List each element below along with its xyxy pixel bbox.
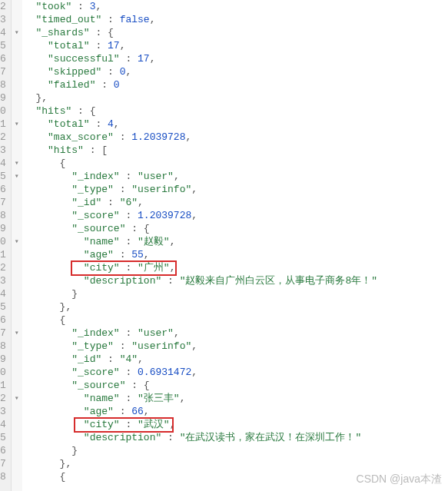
fold-spacer [12,366,22,379]
line-number: 2 [0,261,8,274]
code-line[interactable]: "_score" : 0.6931472, [24,366,448,379]
code-line[interactable]: "skipped" : 0, [24,65,448,78]
code-line[interactable]: "_shards" : { [24,26,448,39]
line-number: 9 [0,222,8,235]
fold-spacer [12,52,22,65]
fold-toggle-icon[interactable]: ▾ [12,170,22,183]
line-number: 8 [0,340,8,353]
line-number: 2 [0,0,8,13]
fold-spacer [12,91,22,105]
line-number: 8 [0,209,8,222]
fold-spacer [12,353,22,366]
code-line[interactable]: "name" : "张三丰", [24,392,448,405]
code-line[interactable]: }, [24,300,448,314]
code-line[interactable]: "total" : 4, [24,118,448,131]
code-line[interactable]: "_source" : { [24,222,448,235]
fold-spacer [12,483,22,491]
line-number: 4 [0,287,8,300]
fold-spacer [12,340,22,353]
code-line[interactable]: "city" : "武汉", [24,418,448,431]
fold-spacer [12,287,22,300]
fold-spacer [12,78,22,91]
code-line[interactable]: "successful" : 17, [24,52,448,65]
code-line[interactable]: "_score" : 1.2039728, [24,209,448,222]
line-number: 5 [0,431,8,444]
code-line[interactable]: } [24,287,448,300]
fold-toggle-icon[interactable]: ▾ [12,235,22,248]
code-line[interactable]: "city" : "广州", [24,261,448,274]
fold-spacer [12,131,22,144]
fold-toggle-icon[interactable]: ▾ [12,157,22,170]
code-line[interactable]: "age" : 66, [24,405,448,418]
fold-toggle-icon[interactable]: ▾ [12,327,22,340]
code-line[interactable]: "_id" : "6", [24,196,448,209]
code-line[interactable]: "hits" : { [24,105,448,118]
code-line[interactable]: }, [24,457,448,470]
line-number: 5 [0,39,8,52]
code-line[interactable]: } [24,444,448,457]
code-line[interactable]: "description" : "在武汉读书，家在武汉！在深圳工作！" [24,431,448,444]
fold-toggle-icon[interactable]: ▾ [12,26,22,39]
line-number-gutter: 2345678901234567890123456789012345678 [0,0,12,491]
code-line[interactable]: "failed" : 0 [24,78,448,91]
line-number: 3 [0,405,8,418]
fold-spacer [12,13,22,26]
code-line[interactable]: { [24,470,448,483]
fold-toggle-icon[interactable]: ▾ [12,392,22,405]
code-line[interactable]: "took" : 3, [24,0,448,13]
line-number: 7 [0,457,8,470]
line-number: 6 [0,183,8,196]
fold-spacer [12,144,22,157]
fold-spacer [12,105,22,118]
fold-spacer [12,379,22,392]
code-area[interactable]: "took" : 3, "timed_out" : false, "_shard… [22,0,448,491]
fold-spacer [12,222,22,235]
fold-spacer [12,261,22,274]
fold-spacer [12,274,22,287]
fold-spacer [12,444,22,457]
code-line[interactable]: "age" : 55, [24,248,448,261]
fold-spacer [12,196,22,209]
line-number: 7 [0,196,8,209]
code-line[interactable]: "total" : 17, [24,39,448,52]
line-number: 6 [0,444,8,457]
code-line[interactable]: "_index" : "user", [24,170,448,183]
code-line[interactable]: "_type" : "userinfo", [24,183,448,196]
fold-spacer [12,314,22,327]
line-number: 6 [0,314,8,327]
code-line[interactable]: "name" : "赵毅", [24,235,448,248]
line-number: 2 [0,131,8,144]
line-number: 3 [0,13,8,26]
code-line[interactable]: "description" : "赵毅来自广州白云区，从事电子商务8年！" [24,274,448,287]
fold-spacer [12,418,22,431]
line-number: 9 [0,353,8,366]
line-number: 1 [0,118,8,131]
code-line[interactable]: { [24,157,448,170]
fold-spacer [12,209,22,222]
line-number: 9 [0,91,8,105]
fold-column[interactable]: ▾▾▾▾▾▾▾ [12,0,22,491]
line-number: 5 [0,300,8,314]
fold-spacer [12,300,22,314]
line-number: 7 [0,65,8,78]
line-number: 0 [0,105,8,118]
code-line[interactable]: "max_score" : 1.2039728, [24,131,448,144]
code-line[interactable]: "_source" : { [24,379,448,392]
line-number: 7 [0,327,8,340]
code-line[interactable]: "timed_out" : false, [24,13,448,26]
code-line[interactable]: }, [24,91,448,105]
fold-toggle-icon[interactable]: ▾ [12,118,22,131]
code-line[interactable]: "_index" : "user", [24,327,448,340]
code-line[interactable]: "_id" : "4", [24,353,448,366]
line-number: 4 [0,26,8,39]
fold-spacer [12,457,22,470]
line-number: 4 [0,157,8,170]
json-editor: 2345678901234567890123456789012345678 ▾▾… [0,0,448,491]
code-line[interactable]: "_type" : "userinfo", [24,340,448,353]
line-number: 5 [0,170,8,183]
code-line[interactable]: { [24,314,448,327]
line-number: 6 [0,52,8,65]
line-number: 8 [0,470,8,483]
fold-spacer [12,183,22,196]
code-line[interactable]: "hits" : [ [24,144,448,157]
